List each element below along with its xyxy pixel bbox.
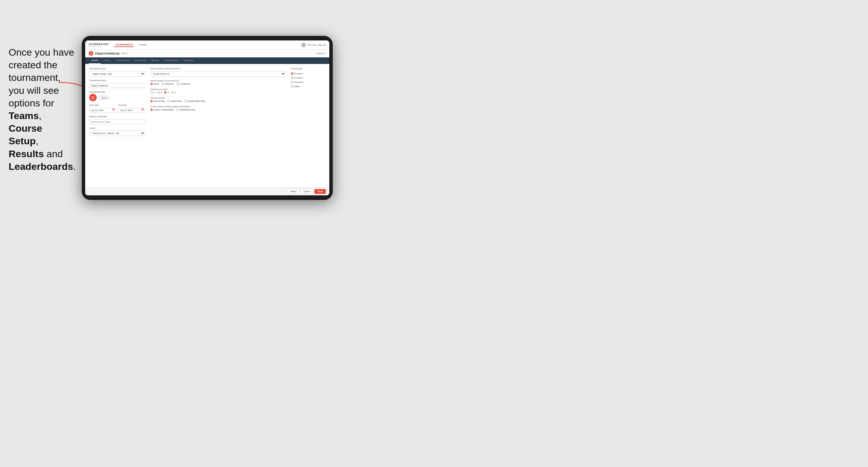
venue-select[interactable]: Peachtree GC - Atlanta - GA <box>89 130 145 136</box>
scoring-field: Scoring system Stroke Play Match Play <box>150 97 286 102</box>
gender-mens-radio[interactable]: Mens <box>150 83 159 85</box>
rounds-3-radio[interactable]: 3 <box>164 91 169 94</box>
instruction-text: Once you have created the tournament, yo… <box>9 47 76 172</box>
tab-leaderboards[interactable]: Leaderboards <box>162 57 181 64</box>
tournament-header: C Clippd Invitational (Men) Cancel X <box>85 50 329 57</box>
division-select[interactable]: NCAA Division III <box>150 71 286 76</box>
delete-button[interactable]: Delete <box>287 189 299 194</box>
top-nav: SCOREBOARD Powered by clippd TOURNAMENTS… <box>85 40 329 50</box>
tab-course-setup[interactable]: Course Setup <box>113 57 132 64</box>
division-label: Which division is the event for? <box>150 67 286 70</box>
avatar <box>301 43 306 47</box>
gender-label: Which gender is the event for? <box>150 80 286 82</box>
individuals-only-radio[interactable]: Individuals Only <box>177 108 195 111</box>
gender-combined-radio[interactable]: Combined <box>177 83 190 85</box>
tournament-logo: C <box>89 51 93 56</box>
end-date-label: End date <box>119 104 146 106</box>
format-other-radio[interactable]: Other <box>291 85 325 88</box>
logo-circle: C <box>89 94 97 101</box>
logo-area: SCOREBOARD Powered by clippd <box>89 43 108 47</box>
tournament-type: (Men) <box>121 52 128 55</box>
sponsor-label: Sponsor (optional) <box>89 115 145 118</box>
host-field: Tournament Host Clippd College - Men <box>89 67 145 76</box>
logo-label: Tournament logo <box>89 91 145 93</box>
host-select[interactable]: Clippd College - Men <box>89 71 145 76</box>
nav-right: Test User | Sign out <box>301 43 326 47</box>
scoring-label: Scoring system <box>150 97 286 99</box>
logo-field: Tournament logo C Upload <box>89 91 145 101</box>
left-column: Tournament Host Clippd College - Men Tou… <box>89 67 145 184</box>
venue-label: Venue <box>89 127 145 129</box>
tournament-title-row: C Clippd Invitational (Men) <box>89 51 128 56</box>
start-date-label: Start date <box>89 104 116 106</box>
tab-printables[interactable]: Printables <box>181 57 196 64</box>
scoring-match-radio[interactable]: Match Play <box>167 100 182 102</box>
calendar-icon-end: 📅 <box>141 109 144 111</box>
cancel-x-button[interactable]: Cancel X <box>317 52 326 55</box>
scoring-medal-radio[interactable]: Medal Match Play <box>184 100 205 102</box>
tab-results[interactable]: Results <box>149 57 162 64</box>
nav-tournaments[interactable]: TOURNAMENTS <box>114 43 134 47</box>
rounds-4-radio[interactable]: 4 <box>171 91 176 94</box>
start-date-field: Start date 📅 <box>89 104 116 113</box>
scoring-stroke-radio[interactable]: Stroke Play <box>150 100 165 102</box>
right-column: Format type 5 count 4 6 count 4 6 count … <box>291 67 325 184</box>
name-input[interactable] <box>89 83 145 88</box>
teams-field: Is this event for Teams and/or Individua… <box>150 105 286 111</box>
format-6count4-radio[interactable]: 6 count 4 <box>291 76 325 79</box>
end-date-field: End date 📅 <box>119 104 146 113</box>
bottom-bar: Delete Cancel Save <box>85 187 329 195</box>
tab-bar: Details Teams Course Setup Tee Groups Re… <box>85 57 329 64</box>
tab-details[interactable]: Details <box>89 57 101 64</box>
tournament-name: Clippd Invitational <box>95 52 120 55</box>
calendar-icon-start: 📅 <box>112 109 115 111</box>
logo-text: SCOREBOARD <box>89 43 108 45</box>
nav-teams[interactable]: TEAMS <box>138 43 148 47</box>
gender-field: Which gender is the event for? Mens Wome… <box>150 80 286 85</box>
host-label: Tournament Host <box>89 67 145 70</box>
rounds-1-radio[interactable]: 1 <box>150 91 155 94</box>
sponsor-input[interactable] <box>89 119 145 124</box>
name-field: Tournament name <box>89 79 145 88</box>
rounds-field: Number of rounds 1 2 <box>150 88 286 94</box>
format-6count5-radio[interactable]: 6 count 5 <box>291 81 325 84</box>
tab-tee-groups[interactable]: Tee Groups <box>132 57 149 64</box>
division-field: Which division is the event for? NCAA Di… <box>150 67 286 76</box>
cancel-button[interactable]: Cancel <box>301 189 313 194</box>
format-5count4-radio[interactable]: 5 count 4 <box>291 72 325 75</box>
user-text[interactable]: Test User | Sign out <box>307 43 326 46</box>
middle-column: Which division is the event for? NCAA Di… <box>150 67 286 184</box>
teams-label: Is this event for Teams and/or Individua… <box>150 105 286 108</box>
logo-subtext: Powered by clippd <box>89 45 108 47</box>
save-button[interactable]: Save <box>314 189 326 194</box>
venue-field: Venue Peachtree GC - Atlanta - GA <box>89 127 145 136</box>
sponsor-field: Sponsor (optional) <box>89 115 145 124</box>
upload-button[interactable]: Upload <box>99 96 110 99</box>
tab-teams[interactable]: Teams <box>101 57 113 64</box>
teams-individuals-radio[interactable]: Teams (+Individuals) <box>150 108 174 111</box>
main-content: Tournament Host Clippd College - Men Tou… <box>85 64 329 187</box>
format-label: Format type <box>291 67 325 70</box>
name-label: Tournament name <box>89 79 145 82</box>
rounds-label: Number of rounds <box>150 88 286 91</box>
gender-womens-radio[interactable]: Womens <box>162 83 174 85</box>
rounds-2-radio[interactable]: 2 <box>157 91 162 94</box>
